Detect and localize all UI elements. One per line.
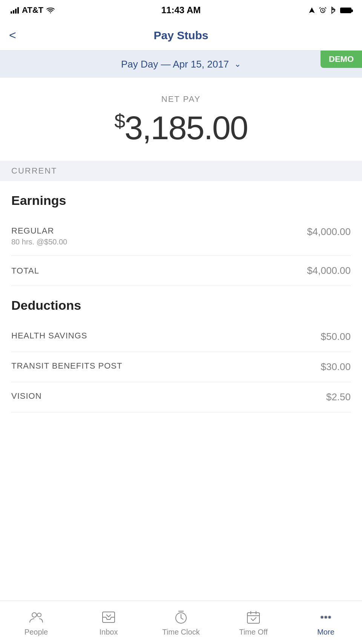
tab-more[interactable]: More bbox=[290, 601, 362, 644]
bluetooth-icon bbox=[330, 6, 336, 14]
tab-bar: People Inbox Time Clock bbox=[0, 601, 362, 644]
net-pay-amount: $3,185.00 bbox=[0, 109, 362, 147]
tab-inbox-label: Inbox bbox=[100, 628, 118, 636]
carrier-label: AT&T bbox=[22, 5, 43, 15]
earnings-total-row: TOTAL $4,000.00 bbox=[11, 256, 351, 286]
inbox-icon bbox=[100, 609, 117, 626]
main-content: AT&T 11:43 AM < Pay Stubs Pay Day — Apr … bbox=[0, 0, 362, 456]
vision-value: $2.50 bbox=[326, 391, 351, 403]
tab-inbox[interactable]: Inbox bbox=[72, 601, 145, 644]
deduction-transit-row: TRANSIT BENEFITS POST $30.00 bbox=[11, 352, 351, 382]
earnings-total-label: TOTAL bbox=[11, 266, 39, 276]
payday-bar[interactable]: Pay Day — Apr 15, 2017 ⌄ DEMO bbox=[0, 51, 362, 78]
health-savings-label: HEALTH SAVINGS bbox=[11, 331, 87, 341]
svg-point-8 bbox=[325, 616, 327, 618]
current-section-header: CURRENT bbox=[0, 161, 362, 181]
current-label: CURRENT bbox=[11, 166, 57, 175]
svg-rect-6 bbox=[247, 613, 259, 623]
alarm-icon bbox=[319, 6, 327, 14]
regular-label: REGULAR bbox=[11, 226, 67, 236]
regular-sublabel: 80 hrs. @$50.00 bbox=[11, 238, 67, 246]
location-icon bbox=[308, 7, 315, 14]
tab-people-label: People bbox=[25, 628, 48, 636]
currency-symbol: $ bbox=[114, 110, 124, 132]
net-pay-value: 3,185.00 bbox=[124, 109, 248, 146]
transit-value: $30.00 bbox=[321, 361, 351, 373]
vision-label: VISION bbox=[11, 391, 42, 401]
demo-badge: DEMO bbox=[321, 51, 362, 68]
signal-bars bbox=[11, 7, 19, 14]
nav-header: < Pay Stubs bbox=[0, 20, 362, 51]
net-pay-section: NET PAY $3,185.00 bbox=[0, 78, 362, 161]
status-bar: AT&T 11:43 AM bbox=[0, 0, 362, 20]
back-button[interactable]: < bbox=[9, 28, 16, 42]
chevron-down-icon: ⌄ bbox=[234, 59, 241, 69]
people-icon bbox=[28, 609, 44, 626]
tab-people[interactable]: People bbox=[0, 601, 72, 644]
earnings-total-value: $4,000.00 bbox=[307, 265, 351, 277]
tab-more-label: More bbox=[317, 628, 334, 636]
payday-label: Pay Day — Apr 15, 2017 bbox=[121, 58, 229, 70]
svg-point-2 bbox=[32, 613, 37, 617]
svg-point-7 bbox=[321, 616, 323, 618]
wifi-icon bbox=[46, 7, 55, 13]
svg-point-9 bbox=[328, 616, 331, 618]
deduction-health-savings-row: HEALTH SAVINGS $50.00 bbox=[11, 322, 351, 352]
deductions-title: Deductions bbox=[11, 298, 351, 313]
tab-time-clock[interactable]: Time Clock bbox=[145, 601, 217, 644]
more-icon bbox=[318, 609, 334, 626]
deductions-section: Deductions HEALTH SAVINGS $50.00 TRANSIT… bbox=[0, 286, 362, 412]
earnings-title: Earnings bbox=[11, 193, 351, 208]
page-title: Pay Stubs bbox=[153, 29, 208, 42]
tab-time-clock-label: Time Clock bbox=[162, 628, 199, 636]
status-right bbox=[308, 6, 351, 14]
time-clock-icon bbox=[173, 609, 189, 626]
health-savings-value: $50.00 bbox=[321, 331, 351, 343]
net-pay-label: NET PAY bbox=[0, 94, 362, 104]
earnings-regular-row: REGULAR 80 hrs. @$50.00 $4,000.00 bbox=[11, 217, 351, 256]
earnings-section: Earnings REGULAR 80 hrs. @$50.00 $4,000.… bbox=[0, 181, 362, 286]
svg-point-0 bbox=[50, 12, 51, 13]
battery-icon bbox=[340, 8, 351, 13]
regular-value: $4,000.00 bbox=[307, 226, 351, 238]
svg-point-3 bbox=[37, 613, 41, 617]
tab-time-off[interactable]: Time Off bbox=[217, 601, 290, 644]
transit-label: TRANSIT BENEFITS POST bbox=[11, 361, 122, 371]
deduction-vision-row: VISION $2.50 bbox=[11, 382, 351, 412]
time-off-icon bbox=[245, 609, 262, 626]
status-left: AT&T bbox=[11, 5, 55, 15]
tab-time-off-label: Time Off bbox=[239, 628, 268, 636]
status-time: 11:43 AM bbox=[161, 5, 201, 15]
